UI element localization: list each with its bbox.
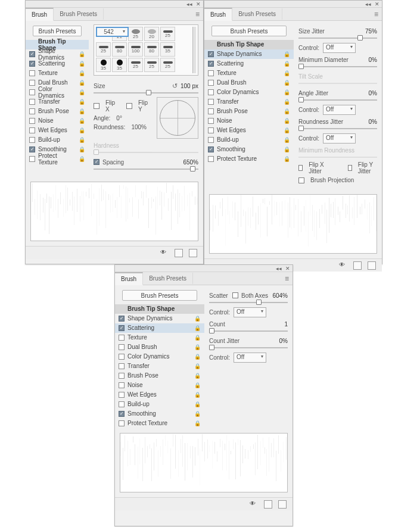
- sidebar-item-texture[interactable]: Texture🔒: [115, 333, 204, 342]
- checkbox[interactable]: [119, 420, 125, 426]
- size-jitter-control-select[interactable]: Off: [323, 43, 356, 53]
- lock-icon[interactable]: 🔒: [283, 51, 290, 57]
- tab-brush-presets[interactable]: Brush Presets: [232, 8, 282, 20]
- flip-y-jitter-checkbox[interactable]: [348, 165, 352, 171]
- lock-icon[interactable]: 🔒: [283, 118, 290, 124]
- lock-icon[interactable]: 🔒: [194, 382, 201, 388]
- brush-cell[interactable]: 20: [144, 27, 159, 41]
- reset-size-icon[interactable]: ↺: [172, 82, 178, 90]
- delete-preset-icon[interactable]: [189, 249, 197, 257]
- lock-icon[interactable]: 🔒: [194, 325, 201, 331]
- lock-icon[interactable]: 🔒: [78, 108, 85, 114]
- sidebar-item-shape-dynamics[interactable]: Shape Dynamics🔒: [115, 314, 204, 323]
- sidebar-item-brush-pose[interactable]: Brush Pose🔒: [204, 107, 294, 116]
- size-value[interactable]: 100 px: [181, 83, 198, 89]
- brush-cell[interactable]: 542: [96, 27, 129, 37]
- sidebar-item-brush-tip-shape[interactable]: Brush Tip Shape: [115, 304, 204, 314]
- lock-icon[interactable]: 🔒: [194, 354, 201, 360]
- checkbox[interactable]: [208, 156, 214, 162]
- brush-grid[interactable]: 542 21 25 20 25 25 80 100 80 35 35 35 25…: [94, 24, 198, 76]
- lock-icon[interactable]: 🔒: [194, 420, 201, 426]
- tab-brush-presets[interactable]: Brush Presets: [54, 8, 104, 20]
- checkbox[interactable]: [29, 89, 35, 95]
- lock-icon[interactable]: 🔒: [283, 61, 290, 67]
- sidebar-item-smoothing[interactable]: Smoothing🔒: [204, 145, 294, 154]
- sidebar-item-transfer[interactable]: Transfer🔒: [204, 97, 294, 107]
- lock-icon[interactable]: 🔒: [78, 61, 85, 67]
- checkbox[interactable]: [29, 99, 35, 105]
- toggle-preview-icon[interactable]: 👁: [250, 500, 258, 509]
- sidebar-item-noise[interactable]: Noise🔒: [26, 116, 89, 126]
- both-axes-checkbox[interactable]: [232, 292, 238, 298]
- tab-brush[interactable]: Brush: [115, 272, 143, 285]
- new-preset-icon[interactable]: [175, 249, 183, 257]
- angle-jitter-slider[interactable]: [298, 99, 377, 101]
- checkbox[interactable]: [119, 316, 125, 322]
- sidebar-item-shape-dynamics[interactable]: Shape Dynamics🔒: [204, 49, 294, 59]
- sidebar-item-scattering[interactable]: Scattering🔒: [204, 59, 294, 68]
- checkbox[interactable]: [29, 61, 35, 67]
- count-jitter-control-select[interactable]: Off: [234, 353, 266, 363]
- sidebar-item-brush-pose[interactable]: Brush Pose🔒: [26, 107, 89, 116]
- tab-brush-presets[interactable]: Brush Presets: [143, 273, 193, 284]
- lock-icon[interactable]: 🔒: [194, 392, 201, 398]
- scatter-control-select[interactable]: Off: [234, 307, 266, 317]
- count-jitter-slider[interactable]: [209, 347, 288, 348]
- checkbox[interactable]: [29, 70, 35, 76]
- checkbox[interactable]: [208, 118, 214, 124]
- angle-control[interactable]: [157, 97, 198, 139]
- checkbox[interactable]: [119, 382, 125, 388]
- sidebar-item-build-up[interactable]: Build-up🔒: [115, 400, 204, 409]
- lock-icon[interactable]: 🔒: [283, 89, 290, 95]
- brush-projection-checkbox[interactable]: [298, 177, 304, 183]
- size-jitter-slider[interactable]: [298, 38, 377, 39]
- lock-icon[interactable]: 🔒: [283, 137, 290, 143]
- sidebar-item-texture[interactable]: Texture🔒: [204, 68, 294, 78]
- angle-jitter-control-select[interactable]: Off: [323, 105, 356, 115]
- checkbox[interactable]: [208, 99, 214, 105]
- panel-menu-icon[interactable]: ≡: [285, 275, 289, 283]
- scatter-slider[interactable]: [209, 302, 288, 303]
- checkbox[interactable]: [208, 146, 214, 152]
- checkbox[interactable]: [208, 70, 214, 76]
- checkbox[interactable]: [119, 344, 125, 350]
- collapse-icon[interactable]: ◂◂: [365, 1, 371, 7]
- lock-icon[interactable]: 🔒: [283, 70, 290, 76]
- brush-cell[interactable]: 25: [96, 42, 111, 57]
- checkbox[interactable]: [29, 146, 35, 152]
- checkbox[interactable]: [119, 401, 125, 407]
- lock-icon[interactable]: 🔒: [283, 146, 290, 152]
- sidebar-item-color-dynamics[interactable]: Color Dynamics🔒: [26, 88, 89, 97]
- spacing-value[interactable]: 650%: [183, 159, 198, 166]
- sidebar-item-noise[interactable]: Noise🔒: [115, 381, 204, 390]
- brush-presets-button[interactable]: Brush Presets: [122, 290, 197, 301]
- sidebar-item-wet-edges[interactable]: Wet Edges🔒: [26, 126, 89, 135]
- sidebar-item-protect-texture[interactable]: Protect Texture🔒: [26, 154, 89, 164]
- tab-brush[interactable]: Brush: [26, 8, 54, 21]
- checkbox[interactable]: [208, 80, 214, 86]
- sidebar-item-transfer[interactable]: Transfer🔒: [26, 97, 89, 107]
- lock-icon[interactable]: 🔒: [283, 80, 290, 86]
- count-slider[interactable]: [209, 330, 288, 332]
- checkbox[interactable]: [119, 373, 125, 379]
- angle-value[interactable]: 0°: [116, 115, 122, 121]
- checkbox[interactable]: [208, 108, 214, 114]
- checkbox[interactable]: [119, 325, 125, 331]
- checkbox[interactable]: [119, 354, 125, 360]
- sidebar-item-dual-brush[interactable]: Dual Brush🔒: [204, 78, 294, 88]
- min-diameter-value[interactable]: 0%: [369, 57, 377, 63]
- sidebar-item-scattering[interactable]: Scattering🔒: [26, 59, 89, 68]
- lock-icon[interactable]: 🔒: [194, 335, 201, 341]
- sidebar-item-color-dynamics[interactable]: Color Dynamics🔒: [115, 352, 204, 361]
- brush-cell[interactable]: 25: [160, 27, 175, 41]
- sidebar-item-shape-dynamics[interactable]: Shape Dynamics🔒: [26, 49, 89, 59]
- sidebar-item-protect-texture[interactable]: Protect Texture🔒: [115, 419, 204, 428]
- lock-icon[interactable]: 🔒: [78, 89, 85, 95]
- sidebar-item-noise[interactable]: Noise🔒: [204, 116, 294, 126]
- brush-cell[interactable]: 25: [160, 58, 175, 72]
- checkbox[interactable]: [29, 156, 35, 162]
- checkbox[interactable]: [29, 108, 35, 114]
- delete-preset-icon[interactable]: [368, 261, 376, 270]
- checkbox[interactable]: [208, 127, 214, 133]
- collapse-icon[interactable]: ◂◂: [276, 266, 282, 272]
